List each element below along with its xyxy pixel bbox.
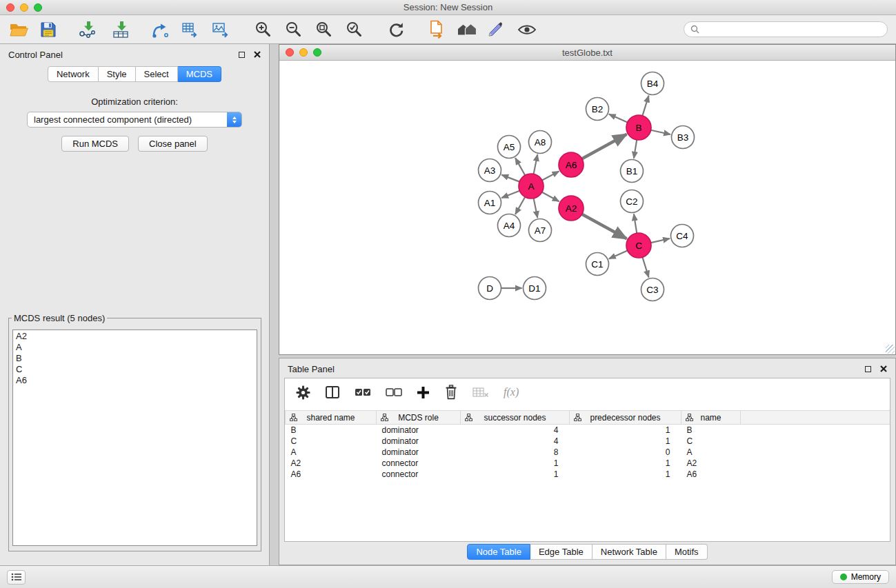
close-control-panel-button[interactable] bbox=[254, 51, 261, 58]
edge-A-A4[interactable] bbox=[515, 197, 525, 214]
edge-B-B1[interactable] bbox=[634, 140, 637, 159]
zoom-selected-button[interactable] bbox=[344, 19, 364, 41]
result-item[interactable]: A2 bbox=[16, 331, 254, 342]
import-network-button[interactable] bbox=[77, 19, 98, 41]
edge-A-A8[interactable] bbox=[534, 154, 538, 174]
cell-shared-name[interactable]: A bbox=[286, 447, 377, 458]
table-options-button[interactable] bbox=[296, 385, 310, 400]
column-header-shared-name[interactable]: shared name bbox=[286, 411, 377, 425]
node-table-wrap[interactable]: shared nameMCDS rolesuccessor nodesprede… bbox=[285, 410, 890, 541]
cell-mcds-role[interactable]: connector bbox=[377, 469, 461, 480]
column-header-mcds-role[interactable]: MCDS role bbox=[377, 411, 461, 425]
node-A8[interactable]: A8 bbox=[529, 131, 552, 154]
cell-shared-name[interactable]: A6 bbox=[286, 469, 377, 480]
node-C2[interactable]: C2 bbox=[621, 190, 644, 213]
tab-edge-table[interactable]: Edge Table bbox=[530, 544, 593, 560]
tab-network[interactable]: Network bbox=[48, 66, 99, 82]
result-item[interactable]: A6 bbox=[16, 375, 254, 386]
task-history-button[interactable] bbox=[7, 570, 26, 585]
node-A1[interactable]: A1 bbox=[479, 192, 501, 214]
edge-A-A7[interactable] bbox=[534, 199, 538, 218]
search-input[interactable] bbox=[704, 25, 881, 34]
tab-style[interactable]: Style bbox=[99, 66, 136, 82]
memory-button[interactable]: Memory bbox=[832, 570, 889, 584]
resize-grip[interactable] bbox=[886, 345, 895, 354]
cell-successor-nodes[interactable]: 1 bbox=[461, 469, 570, 480]
node-C[interactable]: C bbox=[626, 233, 651, 258]
apply-style-button[interactable] bbox=[486, 19, 506, 41]
edge-B-B3[interactable] bbox=[651, 130, 670, 134]
edge-A-A1[interactable] bbox=[501, 191, 519, 198]
cell-name[interactable]: A6 bbox=[681, 469, 741, 480]
result-item[interactable]: A bbox=[16, 342, 254, 353]
zoom-out-button[interactable] bbox=[283, 19, 303, 41]
close-panel-button[interactable]: Close panel bbox=[138, 136, 208, 152]
cell-predecessor-nodes[interactable]: 1 bbox=[570, 436, 681, 447]
cell-mcds-role[interactable]: connector bbox=[377, 458, 461, 469]
node-B1[interactable]: B1 bbox=[621, 160, 644, 183]
result-item[interactable]: B bbox=[16, 353, 254, 364]
network-maximize-button[interactable] bbox=[313, 48, 321, 57]
table-row[interactable]: Adominator80A bbox=[286, 447, 890, 458]
network-svg[interactable]: B4B2BB3A5A8A6B1A3AA1C2A2A4A7C4C1CC3DD1 bbox=[279, 61, 895, 354]
network-canvas[interactable]: B4B2BB3A5A8A6B1A3AA1C2A2A4A7C4C1CC3DD1 bbox=[279, 61, 895, 354]
cell-predecessor-nodes[interactable]: 1 bbox=[570, 469, 681, 480]
node-A3[interactable]: A3 bbox=[479, 159, 501, 182]
network-close-button[interactable] bbox=[286, 48, 294, 57]
run-mcds-button[interactable]: Run MCDS bbox=[61, 136, 129, 152]
tab-node-table[interactable]: Node Table bbox=[467, 544, 530, 560]
node-B[interactable]: B bbox=[626, 115, 651, 140]
tab-motifs[interactable]: Motifs bbox=[666, 544, 708, 560]
cell-name[interactable]: B bbox=[681, 425, 741, 436]
float-control-panel-button[interactable] bbox=[237, 50, 246, 59]
network-minimize-button[interactable] bbox=[299, 48, 308, 57]
cell-predecessor-nodes[interactable]: 1 bbox=[570, 425, 681, 436]
node-D[interactable]: D bbox=[479, 277, 501, 300]
criterion-dropdown[interactable]: largest connected component (directed) bbox=[27, 112, 242, 128]
export-image-button[interactable] bbox=[210, 19, 231, 41]
cell-name[interactable]: C bbox=[681, 436, 741, 447]
minimize-window-button[interactable] bbox=[20, 3, 28, 12]
cell-successor-nodes[interactable]: 1 bbox=[461, 458, 570, 469]
edge-A6-B[interactable] bbox=[582, 134, 627, 159]
node-C4[interactable]: C4 bbox=[671, 225, 694, 247]
node-B2[interactable]: B2 bbox=[586, 98, 609, 121]
zoom-in-button[interactable] bbox=[252, 19, 273, 41]
edge-C-C2[interactable] bbox=[634, 214, 637, 233]
node-C3[interactable]: C3 bbox=[641, 278, 664, 301]
node-D1[interactable]: D1 bbox=[524, 277, 546, 300]
table-row[interactable]: Cdominator41C bbox=[286, 436, 890, 447]
edge-C-C1[interactable] bbox=[609, 250, 628, 258]
column-header-predecessor-nodes[interactable]: predecessor nodes bbox=[570, 411, 681, 425]
export-table-button[interactable] bbox=[180, 19, 201, 41]
node-A2[interactable]: A2 bbox=[559, 196, 584, 221]
result-item[interactable]: C bbox=[16, 364, 254, 375]
cell-mcds-role[interactable]: dominator bbox=[377, 436, 461, 447]
node-A4[interactable]: A4 bbox=[498, 214, 521, 237]
tab-select[interactable]: Select bbox=[136, 66, 178, 82]
cell-shared-name[interactable]: C bbox=[286, 436, 377, 447]
show-columns-button[interactable] bbox=[325, 385, 340, 399]
column-header-name[interactable]: name bbox=[681, 411, 741, 425]
cell-name[interactable]: A2 bbox=[681, 458, 741, 469]
tab-mcds[interactable]: MCDS bbox=[178, 66, 221, 82]
edge-A2-C[interactable] bbox=[582, 214, 627, 239]
cell-successor-nodes[interactable]: 4 bbox=[461, 436, 570, 447]
select-all-button[interactable] bbox=[355, 387, 371, 397]
cell-successor-nodes[interactable]: 4 bbox=[461, 425, 570, 436]
table-row[interactable]: A6connector11A6 bbox=[286, 469, 890, 480]
show-hide-button[interactable] bbox=[517, 19, 537, 41]
deselect-all-button[interactable] bbox=[386, 387, 402, 397]
delete-table-button[interactable] bbox=[472, 386, 489, 398]
refresh-button[interactable] bbox=[386, 19, 406, 41]
cell-successor-nodes[interactable]: 8 bbox=[461, 447, 570, 458]
edge-B-B4[interactable] bbox=[642, 96, 648, 116]
zoom-fit-button[interactable] bbox=[313, 19, 334, 41]
search-box[interactable] bbox=[684, 21, 888, 37]
home-view-button[interactable] bbox=[457, 19, 477, 41]
cell-name[interactable]: A bbox=[681, 447, 741, 458]
edge-A-A3[interactable] bbox=[501, 175, 519, 182]
tab-network-table[interactable]: Network Table bbox=[593, 544, 666, 560]
import-table-button[interactable] bbox=[110, 19, 131, 41]
cell-shared-name[interactable]: B bbox=[286, 425, 377, 436]
